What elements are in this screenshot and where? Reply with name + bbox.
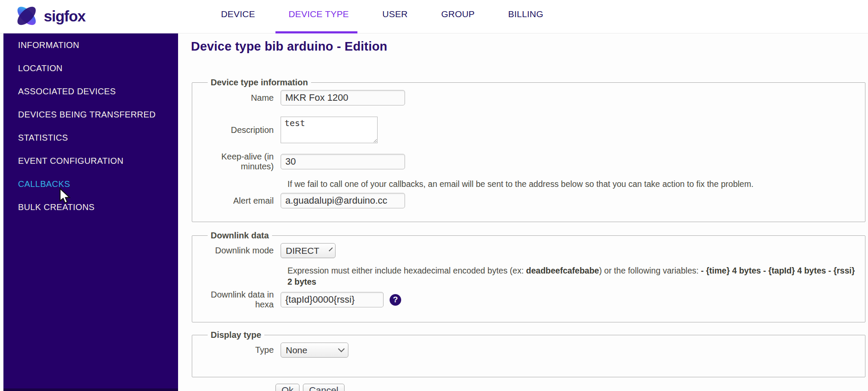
nav-device-type[interactable]: DEVICE TYPE [282, 0, 355, 33]
downlink-mode-select[interactable]: DIRECT [281, 243, 336, 258]
display-type-legend: Display type [208, 330, 264, 340]
keepalive-input[interactable] [281, 154, 405, 169]
alert-email-help-text: If we fail to call one of your callbacks… [287, 178, 861, 189]
nav-group[interactable]: GROUP [435, 0, 481, 33]
device-type-information-section: Device type information Name Description… [192, 78, 865, 222]
downlink-data-legend: Downlink data [208, 231, 272, 241]
downlink-mode-row: Downlink mode DIRECT [196, 243, 861, 258]
sidebar-item-information[interactable]: INFORMATION [3, 33, 178, 57]
name-input[interactable] [281, 90, 405, 105]
keepalive-row: Keep-alive (in minutes) [196, 152, 861, 171]
nav-user[interactable]: USER [376, 0, 414, 33]
downlink-expression-help-text: Expression must either include hexadecim… [287, 265, 861, 287]
help-question-icon[interactable]: ? [390, 294, 401, 306]
main-content: Device type bib arduino - Edition Device… [178, 33, 868, 391]
alert-email-input[interactable] [281, 193, 405, 208]
downlink-hexa-label: Downlink data in hexa [196, 290, 274, 310]
downlink-mode-label: Downlink mode [196, 246, 274, 256]
display-type-value: None [286, 345, 307, 355]
description-label: Description [196, 125, 274, 135]
page-title: Device type bib arduino - Edition [191, 39, 868, 54]
name-row: Name [196, 90, 861, 105]
description-textarea[interactable]: test [281, 117, 378, 143]
nav-billing[interactable]: BILLING [502, 0, 549, 33]
sidebar-item-associated-devices[interactable]: ASSOCIATED DEVICES [3, 80, 178, 103]
downlink-hexa-input[interactable] [281, 292, 384, 307]
downlink-data-section: Downlink data Downlink mode DIRECT Expre… [192, 231, 865, 322]
sidebar-item-callbacks[interactable]: CALLBACKS [3, 172, 178, 196]
sidebar-item-bulk-creations[interactable]: BULK CREATIONS [3, 196, 178, 219]
alert-email-label: Alert email [196, 196, 274, 206]
sidebar-item-devices-being-transferred[interactable]: DEVICES BEING TRANSFERRED [3, 103, 178, 126]
chevron-down-icon [338, 346, 345, 352]
alert-email-row: Alert email [196, 193, 861, 208]
display-type-row: Type None [196, 343, 861, 358]
chevron-down-icon [329, 247, 333, 251]
keepalive-label: Keep-alive (in minutes) [196, 152, 274, 171]
sigfox-butterfly-icon [13, 3, 40, 30]
name-label: Name [196, 93, 274, 103]
ok-button[interactable]: Ok [275, 384, 299, 391]
top-navigation: DEVICE DEVICE TYPE USER GROUP BILLING [215, 0, 571, 33]
display-type-label: Type [196, 345, 274, 355]
cancel-button[interactable]: Cancel [303, 384, 344, 391]
form-actions: Ok Cancel [275, 384, 868, 391]
device-type-information-legend: Device type information [208, 78, 311, 87]
sidebar: INFORMATION LOCATION ASSOCIATED DEVICES … [3, 33, 178, 391]
downlink-mode-value: DIRECT [286, 246, 319, 256]
nav-device[interactable]: DEVICE [215, 0, 261, 33]
downlink-hexa-row: Downlink data in hexa ? [196, 290, 861, 310]
sidebar-item-event-configuration[interactable]: EVENT CONFIGURATION [3, 149, 178, 172]
brand-name: sigfox [44, 8, 85, 25]
display-type-section: Display type Type None [192, 330, 865, 377]
sidebar-item-location[interactable]: LOCATION [3, 57, 178, 80]
description-row: Description test [196, 117, 861, 143]
display-type-select[interactable]: None [281, 343, 348, 358]
top-header: sigfox DEVICE DEVICE TYPE USER GROUP BIL… [0, 0, 868, 33]
sidebar-item-statistics[interactable]: STATISTICS [3, 126, 178, 149]
sigfox-logo[interactable]: sigfox [13, 3, 85, 30]
